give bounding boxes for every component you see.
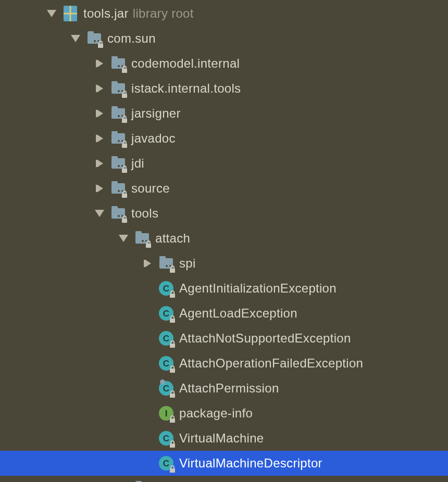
tree-item[interactable]: istack.internal.tools (0, 76, 448, 101)
tree-item[interactable]: classfile (0, 476, 448, 482)
class-icon: C (158, 430, 174, 446)
package-icon (134, 231, 150, 246)
svg-rect-2 (98, 44, 103, 48)
tree-item-label: AttachPermission (179, 382, 279, 395)
tree-item[interactable]: CAttachPermission (0, 376, 448, 401)
svg-marker-1 (71, 35, 80, 42)
package-icon (110, 131, 126, 146)
svg-marker-3 (96, 60, 103, 67)
tree-item-label: VirtualMachine (179, 432, 264, 445)
tree-arrow-down[interactable] (94, 208, 105, 219)
svg-rect-23 (170, 344, 175, 348)
tree-arrow-right[interactable] (94, 58, 105, 69)
svg-marker-19 (144, 260, 151, 267)
tree-item[interactable]: CVirtualMachine (0, 426, 448, 451)
svg-rect-26 (170, 418, 175, 423)
tree-item[interactable]: jdi (0, 151, 448, 176)
tree-item[interactable]: CAttachOperationFailedException (0, 351, 448, 376)
svg-rect-18 (146, 244, 151, 248)
tree-item-label: javadoc (131, 132, 176, 145)
class-icon: C (158, 331, 174, 346)
tree-item[interactable]: jarsigner (0, 101, 448, 126)
tree-arrow-right[interactable] (94, 158, 105, 169)
tree-item-label: attach (155, 232, 190, 245)
tree-item-suffix: library root (133, 7, 194, 20)
package-icon (110, 106, 126, 121)
class-icon: C (158, 306, 174, 321)
tree-item-label: jarsigner (131, 107, 181, 120)
class-icon: C (158, 380, 174, 396)
svg-rect-24 (170, 369, 175, 373)
tree-item-label: istack.internal.tools (131, 82, 241, 95)
svg-marker-17 (119, 235, 128, 242)
tree-arrow-right[interactable] (142, 258, 153, 269)
tree-item[interactable]: codemodel.internal (0, 51, 448, 76)
tree-item[interactable]: tools.jarlibrary root (0, 1, 448, 26)
tree-item-label: tools.jar (83, 7, 129, 20)
svg-rect-28 (170, 468, 175, 473)
svg-rect-22 (170, 319, 175, 323)
svg-rect-4 (122, 69, 127, 73)
svg-rect-21 (170, 294, 175, 298)
svg-marker-7 (96, 110, 103, 117)
tree-item[interactable]: javadoc (0, 126, 448, 151)
tree-item-label: jdi (131, 157, 144, 170)
class-icon: C (158, 356, 174, 371)
tree-item-label: package-info (179, 407, 253, 420)
tree-item-label: AttachNotSupportedException (179, 332, 351, 345)
svg-rect-16 (122, 219, 127, 223)
tree-item[interactable]: CAgentLoadException (0, 301, 448, 326)
svg-marker-13 (96, 185, 103, 192)
svg-marker-11 (96, 160, 103, 167)
svg-rect-27 (170, 443, 175, 448)
tree-arrow-right[interactable] (94, 183, 105, 194)
interface-icon: I (158, 405, 174, 421)
jar-icon (63, 6, 78, 21)
package-icon (110, 181, 126, 196)
tree-item-label: VirtualMachineDescriptor (179, 457, 322, 470)
tree-item-label: com.sun (107, 32, 156, 45)
tree-item[interactable]: attach (0, 226, 448, 251)
class-icon: C (158, 281, 174, 296)
tree-item-label: AttachOperationFailedException (179, 357, 363, 370)
tree-item[interactable]: CAttachNotSupportedException (0, 326, 448, 351)
svg-rect-25 (170, 394, 175, 398)
tree-item-label: codemodel.internal (131, 57, 240, 70)
svg-rect-6 (122, 94, 127, 98)
svg-rect-8 (122, 119, 127, 123)
svg-rect-20 (170, 269, 175, 273)
package-icon (110, 156, 126, 171)
package-icon (158, 256, 174, 271)
tree-item[interactable]: CAgentInitializationException (0, 276, 448, 301)
package-icon (110, 206, 126, 221)
svg-rect-14 (122, 194, 127, 198)
tree-arrow-down[interactable] (70, 33, 81, 44)
tree-arrow-down[interactable] (118, 233, 129, 244)
svg-marker-15 (95, 210, 104, 217)
svg-marker-0 (47, 10, 56, 17)
tree-item-label: spi (179, 257, 196, 270)
svg-rect-12 (122, 169, 127, 173)
tree-item-label: AgentInitializationException (179, 282, 337, 295)
svg-marker-9 (96, 135, 103, 142)
tree-item-label: source (131, 182, 170, 195)
svg-rect-10 (122, 144, 127, 148)
tree-item[interactable]: spi (0, 251, 448, 276)
class-icon: C (158, 455, 174, 471)
tree-item[interactable]: source (0, 176, 448, 201)
project-tree: tools.jarlibrary rootcom.suncodemodel.in… (0, 0, 448, 482)
tree-arrow-right[interactable] (94, 83, 105, 94)
tree-arrow-right[interactable] (94, 133, 105, 144)
tree-item-label: tools (131, 207, 158, 220)
tree-item-label: AgentLoadException (179, 307, 297, 320)
tree-arrow-down[interactable] (46, 8, 57, 19)
package-icon (86, 31, 102, 46)
tree-item[interactable]: com.sun (0, 26, 448, 51)
package-icon (110, 81, 126, 96)
tree-arrow-right[interactable] (94, 108, 105, 119)
tree-item[interactable]: CVirtualMachineDescriptor (0, 451, 448, 476)
svg-marker-5 (96, 85, 103, 92)
tree-item[interactable]: tools (0, 201, 448, 226)
package-icon (110, 56, 126, 71)
tree-item[interactable]: Ipackage-info (0, 401, 448, 426)
